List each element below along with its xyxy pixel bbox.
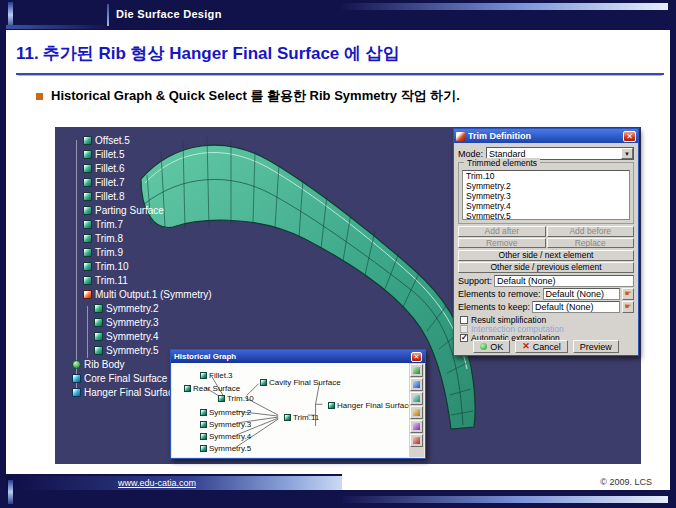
graph-node-fillet-3[interactable]: Fillet.3 <box>200 371 233 380</box>
tree-item-fillet-6[interactable]: Fillet.6 <box>57 161 212 175</box>
support-field[interactable]: Default (None) <box>494 275 634 287</box>
historical-graph-titlebar[interactable]: Historical Graph ✕ <box>171 350 425 363</box>
tree-item-parting-surface[interactable]: Parting Surface <box>57 203 212 217</box>
tree-item-trim-7[interactable]: Trim.7 <box>57 217 212 231</box>
graph-node-trim-10[interactable]: Trim.10 <box>218 394 254 403</box>
close-icon[interactable]: ✕ <box>623 131 636 142</box>
surface-icon <box>184 385 191 392</box>
tree-item-fillet-8[interactable]: Fillet.8 <box>57 189 212 203</box>
trim-dialog-titlebar[interactable]: Trim Definition ✕ <box>454 129 638 143</box>
cancel-icon <box>522 342 530 351</box>
tree-item-fillet-7[interactable]: Fillet.7 <box>57 175 212 189</box>
pan-icon <box>413 395 420 402</box>
close-icon[interactable]: ✕ <box>411 352 422 362</box>
header-substrip <box>6 25 106 29</box>
other-side-previous-button[interactable]: Other side / previous element <box>458 262 634 273</box>
elements-to-remove-field[interactable]: Default (None) <box>543 288 620 300</box>
surface-icon <box>83 248 92 257</box>
tree-item-label: Offset.5 <box>95 135 130 146</box>
options-icon <box>413 437 420 444</box>
historical-graph-window: Historical Graph ✕ <box>170 349 426 459</box>
slide: Die Surface Design 11.추가된 Rib 형상 Hanger … <box>0 0 676 508</box>
add-after-button[interactable]: Add after <box>458 226 546 237</box>
historical-graph-body: Fillet.3Rear SurfaceCavity Final Surface… <box>172 363 424 457</box>
preview-button[interactable]: Preview <box>573 340 619 353</box>
tree-item-label: Trim.7 <box>95 219 123 230</box>
trimmed-element-symmetry-3[interactable]: Symmetry.3 <box>463 191 629 201</box>
page-title: 11.추가된 Rib 형상 Hanger Final Surface 에 삽입 <box>16 42 664 75</box>
remove-button[interactable]: Remove <box>458 238 546 249</box>
surface-icon <box>284 414 291 421</box>
graph-node-label: Hanger Final Surface <box>337 401 409 410</box>
tree-item-label: Trim.9 <box>95 247 123 258</box>
surface-icon <box>83 234 92 243</box>
graph-node-symmetry-3[interactable]: Symmetry.3 <box>200 420 251 429</box>
trimmed-element-symmetry-2[interactable]: Symmetry.2 <box>463 181 629 191</box>
tree-item-trim-10[interactable]: Trim.10 <box>57 259 212 273</box>
surface-icon <box>83 262 92 271</box>
trimmed-element-symmetry-5[interactable]: Symmetry.5 <box>463 211 629 220</box>
zoom-button[interactable] <box>410 378 423 391</box>
trimmed-elements-list[interactable]: Trim.10Symmetry.2Symmetry.3Symmetry.4Sym… <box>462 170 630 220</box>
options-button[interactable] <box>410 434 423 447</box>
fit-all-button[interactable] <box>410 364 423 377</box>
tree-item-symmetry-2[interactable]: Symmetry.2 <box>57 301 212 315</box>
ok-button-label: OK <box>490 342 503 352</box>
bullet-row: Historical Graph & Quick Select 를 활용한 Ri… <box>36 87 460 105</box>
tree-item-label: Symmetry.4 <box>106 331 159 342</box>
graph-node-rear-surface[interactable]: Rear Surface <box>184 384 240 393</box>
trimmed-element-symmetry-4[interactable]: Symmetry.4 <box>463 201 629 211</box>
tree-item-trim-9[interactable]: Trim.9 <box>57 245 212 259</box>
collapse-all-button[interactable] <box>410 420 423 433</box>
surface-icon <box>200 421 207 428</box>
tree-item-symmetry-3[interactable]: Symmetry.3 <box>57 315 212 329</box>
footer-url[interactable]: www.edu-catia.com <box>118 478 196 488</box>
surface-icon <box>260 379 267 386</box>
other-side-next-button[interactable]: Other side / next element <box>458 250 634 261</box>
tree-item-trim-11[interactable]: Trim.11 <box>57 273 212 287</box>
chevron-down-icon[interactable]: ▼ <box>621 148 633 159</box>
result-simplification-checkbox[interactable] <box>460 316 468 324</box>
graph-node-trim-11[interactable]: Trim.11 <box>284 413 319 422</box>
tree-item-label: Symmetry.5 <box>106 345 159 356</box>
pan-button[interactable] <box>410 392 423 405</box>
cancel-button[interactable]: Cancel <box>515 340 568 353</box>
elements-to-remove-label: Elements to remove: <box>458 289 541 299</box>
expand-all-icon <box>413 409 420 416</box>
historical-graph-title: Historical Graph <box>174 352 408 361</box>
expand-all-button[interactable] <box>410 406 423 419</box>
replace-button[interactable]: Replace <box>547 238 635 249</box>
graph-node-cavity-final-surface[interactable]: Cavity Final Surface <box>260 378 341 387</box>
ok-button[interactable]: OK <box>473 340 510 353</box>
trim-definition-dialog: Trim Definition ✕ Mode: Standard ▼ Trimm… <box>453 128 639 356</box>
tree-item-label: Multi Output.1 (Symmetry) <box>95 289 212 300</box>
intersection-computation-checkbox[interactable] <box>460 325 468 333</box>
tree-item-offset-5[interactable]: Offset.5 <box>57 133 212 147</box>
bullet-text: Historical Graph & Quick Select 를 활용한 Ri… <box>51 87 460 105</box>
trimmed-element-trim-10[interactable]: Trim.10 <box>463 171 629 181</box>
tree-item-multi-output-1-symmetry[interactable]: Multi Output.1 (Symmetry) <box>57 287 212 301</box>
surface-icon <box>200 445 207 452</box>
pointer-select-icon[interactable]: ☛ <box>622 301 634 313</box>
tree-item-label: Fillet.6 <box>95 163 124 174</box>
tree-item-label: Parting Surface <box>95 205 164 216</box>
pointer-select-icon[interactable]: ☛ <box>622 288 634 300</box>
tree-item-label: Fillet.5 <box>95 149 124 160</box>
trim-dialog-body: Mode: Standard ▼ Trimmed elements Trim.1… <box>454 143 638 356</box>
graph-node-hanger-final-surface[interactable]: Hanger Final Surface <box>328 401 409 410</box>
tree-item-fillet-5[interactable]: Fillet.5 <box>57 147 212 161</box>
bottom-left-accent-bar <box>8 480 13 504</box>
surface-icon <box>83 150 92 159</box>
page-title-number: 11. <box>16 44 39 63</box>
graph-node-symmetry-5[interactable]: Symmetry.5 <box>200 444 251 453</box>
tree-item-trim-8[interactable]: Trim.8 <box>57 231 212 245</box>
graph-node-symmetry-4[interactable]: Symmetry.4 <box>200 432 251 441</box>
add-before-button[interactable]: Add before <box>547 226 635 237</box>
zoom-icon <box>413 381 420 388</box>
trim-dialog-title: Trim Definition <box>468 131 620 141</box>
graph-node-symmetry-2[interactable]: Symmetry.2 <box>200 408 251 417</box>
elements-to-keep-field[interactable]: Default (None) <box>532 301 620 313</box>
tree-item-label: Symmetry.2 <box>106 303 159 314</box>
tree-item-symmetry-4[interactable]: Symmetry.4 <box>57 329 212 343</box>
tree-item-label: Fillet.7 <box>95 177 124 188</box>
